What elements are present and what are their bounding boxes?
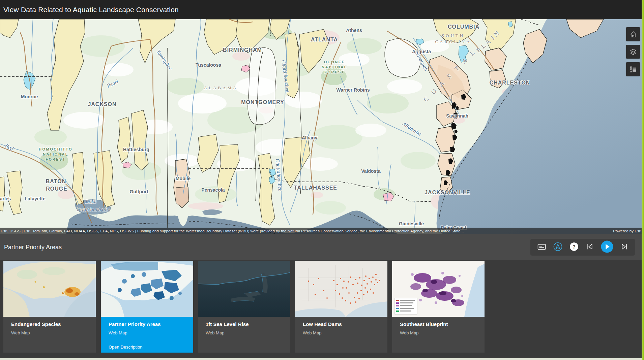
thumbnail-low-head-dams — [295, 261, 387, 317]
section-bar: Partner Priority Areas — [0, 234, 644, 260]
map-label: ROUGE — [46, 186, 67, 192]
attribution-sources: Esri, USGS | Esri, TomTom, Garmin, FAO, … — [0, 229, 607, 233]
card-type: Web Map — [109, 330, 193, 335]
description-icon — [537, 243, 546, 252]
page-title: View Data Related to Aquatic Landscape C… — [3, 6, 179, 14]
card-endangered-species[interactable]: Endangered Species Web Map — [3, 261, 96, 353]
svg-text:?: ? — [573, 244, 576, 250]
section-title: Partner Priority Areas — [4, 244, 62, 251]
thumbnail-1ft-sea-level-rise — [198, 261, 290, 317]
blueprint-legend — [395, 298, 417, 314]
card-type: Web Map — [303, 330, 387, 335]
map-label: Monroe — [21, 94, 38, 99]
map-label: FOREST — [324, 70, 345, 74]
map-label: Pensacola — [201, 187, 225, 193]
map-label: ALABAMA — [204, 85, 238, 90]
map-label: NATIONAL — [322, 65, 347, 69]
map-label: Pontchartrain — [77, 206, 109, 212]
map-label: FOREST — [46, 157, 66, 161]
card-type: Web Map — [206, 330, 290, 335]
card-title: Endangered Species — [11, 321, 96, 327]
map-label: OCONEE — [324, 60, 345, 64]
map-label: Mobile — [176, 176, 191, 181]
map-label: CHARLESTON — [490, 80, 530, 86]
map-label: NATIONAL — [43, 152, 68, 156]
app-window: View Data Related to Aquatic Landscape C… — [0, 0, 644, 360]
about-icon — [553, 242, 562, 252]
map-label: BIRMINGHAM — [223, 47, 262, 53]
map-label: BATON — [46, 178, 66, 184]
card-low-head-dams[interactable]: Low Head Dams Web Map — [295, 261, 387, 353]
help-icon: ? — [569, 242, 579, 252]
card-title: 1ft Sea Level Rise — [206, 321, 290, 327]
map-label: Savannah — [446, 113, 468, 119]
next-button[interactable] — [618, 241, 630, 253]
map-label: Hattiesburg — [123, 147, 149, 152]
map-label: COLUMBIA — [448, 24, 479, 30]
card-title: Southeast Blueprint — [400, 321, 485, 327]
layers-icon — [630, 48, 637, 56]
page-edge-strip — [642, 0, 644, 360]
map-label: Gainesville — [399, 221, 424, 226]
next-icon — [620, 242, 628, 252]
map-label: arles — [0, 196, 11, 201]
legend-button[interactable] — [626, 62, 640, 76]
card-southeast-blueprint[interactable]: Southeast Blueprint Web Map — [392, 261, 485, 353]
map-label: MONTGOMERY — [241, 99, 284, 105]
map-view[interactable]: AthensATLANTABIRMINGHAMTuscaloosaMONTGOM… — [0, 19, 644, 234]
card-1ft-sea-level-rise[interactable]: 1ft Sea Level Rise Web Map — [198, 261, 290, 353]
card-title: Partner Priority Areas — [109, 321, 193, 327]
map-label: JACKSON — [88, 101, 116, 107]
play-icon — [601, 240, 613, 254]
map-controls — [626, 27, 640, 76]
webmap-gallery: Endangered Species Web Map — [0, 260, 644, 358]
open-description-link[interactable]: Open Description — [109, 345, 193, 350]
map-label: Tuscaloosa — [196, 62, 221, 68]
map-label: Lake — [85, 198, 97, 205]
card-title: Low Head Dams — [303, 321, 387, 327]
map-label: TALLAHASSEE — [294, 185, 337, 191]
help-button[interactable]: ? — [568, 241, 580, 253]
home-icon — [630, 31, 637, 38]
bottom-strip — [0, 358, 644, 360]
app-header: View Data Related to Aquatic Landscape C… — [0, 0, 644, 19]
about-button[interactable] — [552, 241, 563, 253]
thumbnail-southeast-blueprint — [392, 261, 485, 317]
card-type: Web Map — [400, 330, 485, 335]
map-label: HOMOCHITTO — [39, 147, 72, 151]
section-toolbar: ? — [530, 239, 635, 256]
map-label: Gulfport — [129, 189, 148, 194]
card-partner-priority-areas[interactable]: Partner Priority Areas Web Map Open Desc… — [101, 261, 193, 353]
legend-icon — [630, 66, 637, 73]
map-label: SOUTH — [442, 33, 465, 38]
map-label: Lafayette — [25, 196, 46, 201]
powered-by-esri: Powered by Esri — [607, 229, 644, 233]
map-label: ATLANTA — [311, 37, 338, 42]
map-label: Warner Robins — [336, 87, 370, 93]
previous-icon — [586, 242, 594, 252]
play-button[interactable] — [601, 241, 613, 253]
thumbnail-endangered-species — [3, 261, 96, 317]
description-button[interactable] — [536, 241, 547, 253]
map-label: Athens — [346, 28, 362, 33]
map-label: JACKSONVILLE — [425, 190, 470, 195]
map-label: Albany — [302, 135, 318, 140]
basemap: AthensATLANTABIRMINGHAMTuscaloosaMONTGOM… — [0, 19, 644, 234]
home-button[interactable] — [626, 27, 640, 41]
map-label: Valdosta — [361, 168, 381, 174]
map-label: CAROLINA — [435, 39, 471, 44]
card-type: Web Map — [11, 330, 96, 335]
layers-button[interactable] — [626, 45, 640, 59]
thumbnail-partner-priority-areas — [101, 261, 193, 317]
previous-button[interactable] — [584, 241, 596, 253]
map-attribution: Esri, USGS | Esri, TomTom, Garmin, FAO, … — [0, 228, 644, 234]
